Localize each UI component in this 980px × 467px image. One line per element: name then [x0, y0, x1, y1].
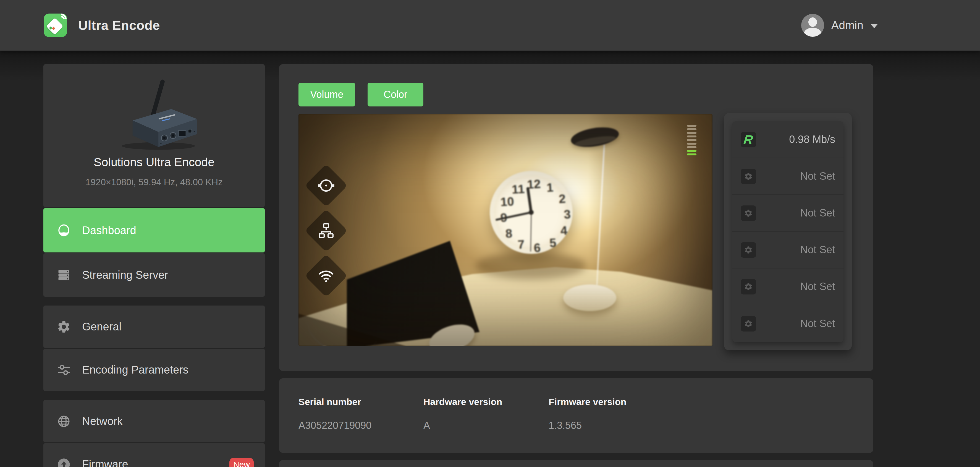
stream-status-panel: R 0.98 Mb/s Not Set Not Set Not Set Not … [724, 113, 852, 350]
gear-icon [741, 206, 756, 221]
info-label: Firmware version [549, 397, 627, 407]
sidebar-item-encoding-parameters[interactable]: Encoding Parameters [43, 349, 265, 391]
sidebar-item-label: General [82, 320, 121, 333]
restream-logo: R [741, 132, 756, 147]
new-badge: New [229, 458, 254, 467]
device-name: Solutions Ultra Encode [43, 155, 265, 169]
serial-number-value: A305220719090 [299, 420, 371, 431]
server-icon [56, 267, 72, 283]
gear-icon [741, 316, 756, 332]
stream-status: Not Set [800, 207, 835, 219]
audio-level-meter [687, 125, 697, 155]
firmware-version-value: 1.3.565 [549, 420, 582, 431]
sliders-icon [56, 362, 72, 378]
stream-row[interactable]: Not Set [732, 305, 843, 342]
video-preview: 123456789101112 [299, 114, 713, 346]
info-label: Hardware version [423, 397, 502, 407]
volume-button[interactable]: Volume [299, 83, 355, 107]
app-title: Ultra Encode [78, 0, 160, 51]
info-label: Serial number [299, 397, 361, 407]
sidebar-item-label: Encoding Parameters [82, 363, 188, 376]
stream-row-restream[interactable]: R 0.98 Mb/s [732, 121, 843, 158]
sidebar-item-firmware[interactable]: Firmware New [43, 443, 265, 467]
gear-icon [741, 169, 756, 184]
app-header: Ultra Encode Admin [0, 0, 980, 51]
sidebar-item-label: Streaming Server [82, 269, 168, 281]
app-logo-icon [44, 14, 67, 37]
color-button[interactable]: Color [368, 83, 423, 107]
sidebar-item-streaming-server[interactable]: Streaming Server [43, 253, 265, 296]
wifi-icon [316, 266, 336, 285]
device-card: Solutions Ultra Encode 1920×1080i, 59.94… [43, 64, 265, 207]
device-signal-info: 1920×1080i, 59.94 Hz, 48.00 KHz [43, 177, 265, 188]
stream-status: Not Set [800, 281, 835, 293]
device-illustration [97, 72, 212, 151]
sidebar-item-label: Network [82, 415, 123, 427]
stream-row[interactable]: Not Set [732, 158, 843, 195]
globe-icon [56, 414, 72, 429]
gear-icon [741, 242, 756, 258]
sidebar-item-label: Firmware [82, 458, 128, 467]
stream-status-list: R 0.98 Mb/s Not Set Not Set Not Set Not … [732, 121, 843, 342]
ethernet-icon [316, 221, 336, 241]
sdi-input-icon [316, 175, 336, 196]
stream-status: Not Set [800, 244, 835, 256]
stream-row[interactable]: Not Set [732, 195, 843, 232]
hardware-version-value: A [423, 420, 430, 431]
avatar [801, 14, 824, 37]
gear-icon [741, 279, 756, 295]
chevron-down-icon [870, 24, 878, 28]
sidebar-item-general[interactable]: General [43, 306, 265, 348]
sidebar-item-label: Dashboard [82, 224, 136, 237]
stream-row[interactable]: Not Set [732, 268, 843, 305]
user-menu[interactable]: Admin [801, 0, 878, 51]
stream-bitrate: 0.98 Mb/s [789, 134, 835, 145]
next-card-partial [279, 460, 873, 467]
stream-row[interactable]: Not Set [732, 232, 843, 268]
sidebar-item-network[interactable]: Network [43, 400, 265, 442]
stream-status: Not Set [800, 318, 835, 330]
video-vignette [299, 114, 713, 346]
sidebar-item-dashboard[interactable]: Dashboard [43, 208, 265, 252]
device-info-card: Serial number A305220719090 Hardware ver… [279, 378, 873, 453]
gear-icon [56, 319, 72, 335]
firmware-update-icon [56, 457, 72, 467]
dashboard-card: Volume Color 123456789101112 [279, 64, 873, 371]
user-name: Admin [831, 19, 863, 32]
gauge-icon [56, 223, 72, 238]
stream-status: Not Set [800, 171, 835, 182]
